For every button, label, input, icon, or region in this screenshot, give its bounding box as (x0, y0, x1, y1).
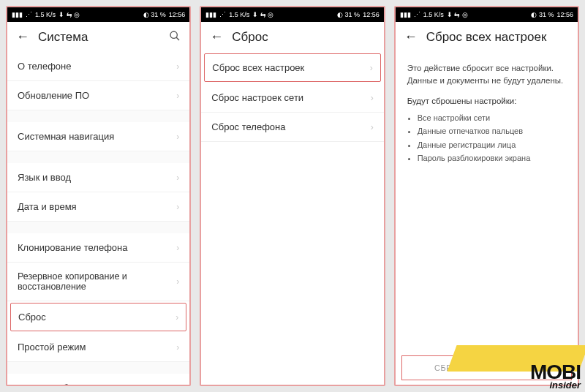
svg-point-0 (170, 31, 177, 38)
statusbar: ▮▮▮ ⋰ 1.5 K/s ⬇ ⇆ ◎ ◐ 31 % 12:56 (201, 7, 383, 22)
battery: ◐ 31 % (337, 11, 360, 18)
bullet-item: Пароль разблокировки экрана (418, 152, 566, 165)
row-developer-options[interactable]: Для разработчиков› (7, 374, 189, 385)
net-speed: 1.5 K/s (423, 11, 444, 18)
chevron-right-icon: › (370, 63, 373, 73)
row-language-input[interactable]: Язык и ввод› (7, 163, 189, 192)
statusbar: ▮▮▮ ⋰ 1.5 K/s ⬇ ⇆ ◎ ◐ 31 % 12:56 (396, 7, 578, 22)
signal-icon: ▮▮▮ (400, 11, 411, 18)
chevron-right-icon: › (176, 61, 179, 72)
signal-icon: ▮▮▮ (205, 11, 216, 18)
chevron-right-icon: › (176, 276, 179, 287)
chevron-right-icon: › (176, 91, 179, 101)
titlebar: ← Система (7, 22, 189, 52)
phone-screen-reset: ▮▮▮ ⋰ 1.5 K/s ⬇ ⇆ ◎ ◐ 31 % 12:56 ← Сброс… (200, 6, 385, 386)
chevron-right-icon: › (176, 312, 178, 323)
row-system-navigation[interactable]: Системная навигация› (7, 122, 189, 151)
row-backup-restore[interactable]: Резервное копирование и восстановление› (7, 263, 189, 301)
row-simple-mode[interactable]: Простой режим› (7, 333, 189, 362)
reset-bullet-list: Все настройки сети Данные отпечатков пал… (418, 112, 566, 165)
chevron-right-icon: › (176, 243, 179, 253)
page-title: Сброс всех настроек (426, 30, 569, 45)
battery: ◐ 31 % (531, 11, 554, 18)
reset-subheading: Будут сброшены настройки: (407, 95, 566, 108)
battery: ◐ 31 % (143, 11, 166, 18)
info-text: Это действие сбросит все настройки. Данн… (396, 52, 578, 176)
clock: 12:56 (556, 11, 573, 18)
bullet-item: Все настройки сети (418, 112, 566, 124)
net-speed: 1.5 K/s (229, 11, 249, 18)
watermark: MOBI insider (530, 363, 581, 391)
reset-description: Это действие сбросит все настройки. Данн… (407, 62, 566, 88)
chevron-right-icon: › (371, 93, 374, 103)
titlebar: ← Сброс всех настроек (396, 22, 578, 52)
chevron-right-icon: › (176, 173, 179, 183)
clock: 12:56 (169, 11, 186, 18)
row-reset[interactable]: Сброс› (10, 303, 186, 331)
back-icon[interactable]: ← (404, 29, 418, 45)
row-phone-clone[interactable]: Клонирование телефона› (7, 233, 189, 263)
row-about-phone[interactable]: О телефоне› (7, 52, 189, 81)
wifi-icon: ⋰ (26, 11, 32, 18)
status-icons: ⬇ ⇆ ◎ (58, 11, 80, 18)
row-reset-network[interactable]: Сброс настроек сети› (201, 83, 383, 113)
bullet-item: Данные отпечатков пальцев (418, 125, 566, 137)
search-icon[interactable] (169, 30, 181, 45)
page-title: Сброс (232, 30, 374, 45)
status-icons: ⬇ ⇆ ◎ (252, 11, 273, 18)
wifi-icon: ⋰ (219, 11, 226, 18)
back-icon[interactable]: ← (210, 29, 223, 45)
row-date-time[interactable]: Дата и время› (7, 192, 189, 222)
row-reset-all-settings[interactable]: Сброс всех настроек› (204, 53, 380, 82)
svg-line-1 (176, 37, 179, 40)
net-speed: 1.5 K/s (35, 11, 56, 18)
row-software-update[interactable]: Обновление ПО› (7, 81, 189, 110)
titlebar: ← Сброс (201, 22, 383, 52)
signal-icon: ▮▮▮ (12, 11, 23, 18)
chevron-right-icon: › (176, 383, 179, 385)
chevron-right-icon: › (176, 132, 179, 142)
phone-screen-reset-all: ▮▮▮ ⋰ 1.5 K/s ⬇ ⇆ ◎ ◐ 31 % 12:56 ← Сброс… (394, 6, 579, 386)
row-reset-phone[interactable]: Сброс телефона› (201, 113, 383, 142)
chevron-right-icon: › (371, 122, 374, 132)
bullet-item: Данные регистрации лица (418, 139, 566, 151)
statusbar: ▮▮▮ ⋰ 1.5 K/s ⬇ ⇆ ◎ ◐ 31 % 12:56 (7, 7, 189, 22)
clock: 12:56 (363, 11, 380, 18)
phone-screen-system: ▮▮▮ ⋰ 1.5 K/s ⬇ ⇆ ◎ ◐ 31 % 12:56 ← Систе… (6, 6, 191, 386)
chevron-right-icon: › (176, 202, 179, 212)
status-icons: ⬇ ⇆ ◎ (447, 11, 468, 18)
back-icon[interactable]: ← (16, 29, 29, 45)
chevron-right-icon: › (176, 342, 179, 353)
reset-list: Сброс всех настроек› Сброс настроек сети… (201, 52, 383, 385)
wifi-icon: ⋰ (414, 11, 420, 18)
settings-list: О телефоне› Обновление ПО› Системная нав… (7, 52, 189, 385)
page-title: Система (38, 30, 160, 45)
watermark-main: MOBI (530, 363, 581, 381)
